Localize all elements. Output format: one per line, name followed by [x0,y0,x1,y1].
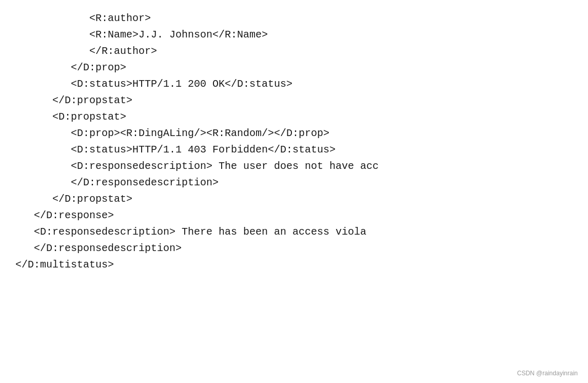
code-container: <R:author> <R:Name>J.J. Johnson</R:Name>… [0,0,588,383]
code-block: <R:author> <R:Name>J.J. Johnson</R:Name>… [15,10,573,273]
watermark: CSDN @raindayinrain [517,370,578,377]
